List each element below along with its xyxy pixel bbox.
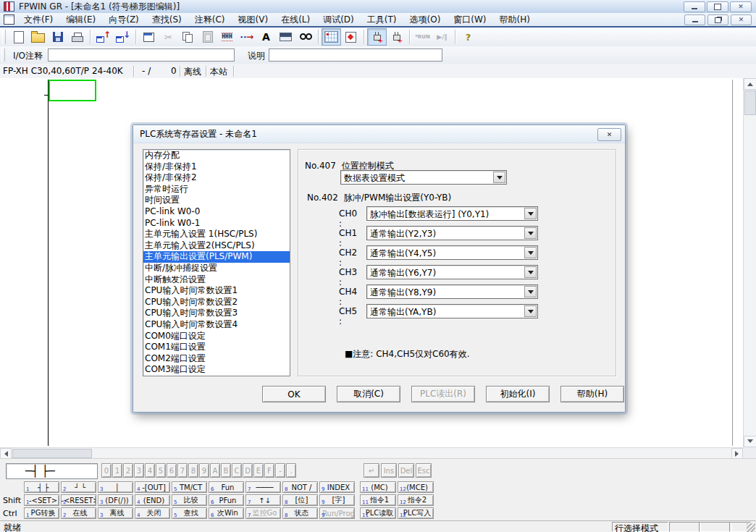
menu-item[interactable]: 工具(T) [361, 13, 403, 26]
function-key[interactable]: 3离线 [98, 507, 133, 519]
horizontal-scrollbar[interactable] [0, 447, 743, 458]
function-key[interactable]: 2-<RESET> [61, 494, 96, 506]
comment-flag-button[interactable] [341, 28, 361, 46]
vertical-scroll-thumb[interactable] [744, 90, 756, 115]
function-key[interactable]: 1┤ ├ [24, 481, 59, 493]
register-list-item[interactable]: 保持/非保持1 [143, 161, 290, 173]
register-list-item[interactable]: 主单元输入设置 1(HSC/PLS) [143, 229, 290, 240]
function-key[interactable]: 1PG转换 [24, 507, 59, 519]
chevron-down-icon[interactable] [524, 227, 537, 239]
function-key[interactable]: 11指令1 [360, 494, 396, 506]
mdi-minimize-button[interactable] [684, 14, 705, 25]
channel-output-combo[interactable]: 通常输出(Y8,Y9) [366, 284, 538, 299]
channel-output-combo[interactable]: 通常输出(Y6,Y7) [366, 265, 538, 279]
channel-output-combo[interactable]: 通常输出(Y2,Y3) [366, 226, 538, 240]
close-button[interactable]: ✕ [730, 1, 752, 12]
upload-from-plc-button[interactable]: ↑ [93, 28, 113, 46]
scroll-down-button[interactable] [744, 436, 756, 447]
menu-item[interactable]: 帮助(H) [493, 13, 537, 26]
register-list-item[interactable]: CPU输入时间常数设置2 [143, 297, 290, 308]
function-key[interactable]: 5查找 [172, 507, 207, 519]
register-list-item[interactable]: 主单元输出设置(PLS/PWM) [143, 251, 290, 263]
copy-button[interactable] [178, 28, 198, 46]
function-key[interactable]: 3(DF(/)) [98, 494, 133, 506]
channel-output-combo[interactable]: 通常输出(YA,YB) [366, 304, 538, 318]
channel-output-combo[interactable]: 脉冲输出[数据表运行] (Y0,Y1) [366, 206, 538, 221]
dialog-button[interactable]: 初始化(I) [486, 386, 550, 402]
menu-item[interactable]: 编辑(E) [59, 13, 102, 26]
register-list[interactable]: 内存分配保持/非保持1保持/非保持2异常时运行时间设置PC-link W0-0P… [143, 149, 290, 376]
function-key[interactable]: 12指令2 [398, 494, 434, 506]
minimize-button[interactable] [684, 1, 705, 12]
resize-grip[interactable] [747, 523, 755, 532]
horizontal-scroll-thumb[interactable] [12, 449, 92, 458]
chevron-down-icon[interactable] [524, 305, 537, 317]
function-key[interactable]: 5比较 [172, 494, 207, 506]
menu-item[interactable]: 在线(L) [274, 13, 316, 26]
dialog-button[interactable]: 取消(C) [337, 386, 400, 402]
register-list-item[interactable]: 主单元输入设置2(HSC/PLS) [143, 240, 290, 252]
function-key[interactable]: 6Fun [209, 481, 244, 493]
chevron-down-icon[interactable] [524, 247, 537, 258]
register-list-item[interactable]: 时间设置 [143, 195, 290, 206]
chevron-down-icon[interactable] [524, 286, 537, 297]
register-list-item[interactable]: PC-link W0-0 [143, 206, 290, 218]
register-list-item[interactable]: 异常时运行 [143, 184, 290, 195]
chevron-down-icon[interactable] [493, 172, 505, 183]
function-key[interactable]: 3│ [98, 481, 133, 493]
function-key[interactable]: 2在线 [61, 507, 96, 519]
menu-item[interactable]: 选项(O) [403, 13, 448, 26]
text-comment-button[interactable]: A [256, 28, 276, 46]
io-comment-input[interactable] [48, 48, 235, 62]
menu-item[interactable]: 注释(C) [188, 13, 232, 26]
function-key[interactable]: 5TM/CT [172, 481, 207, 493]
register-list-item[interactable]: COM0端口设定 [143, 331, 290, 342]
function-key[interactable]: 7↑↓ [245, 494, 281, 506]
dialog-button[interactable]: OK [262, 386, 326, 402]
register-list-item[interactable]: CPU输入时间常数设置4 [143, 319, 290, 331]
function-key[interactable]: 4关闭 [135, 507, 170, 519]
new-file-button[interactable] [9, 28, 28, 46]
dialog-button[interactable]: 帮助(H) [560, 386, 624, 402]
menu-item[interactable]: 调试(D) [316, 13, 361, 26]
dialog-close-button[interactable]: ✕ [597, 128, 621, 141]
menu-item[interactable]: 视图(V) [232, 13, 275, 26]
function-key[interactable]: 12(MCE) [398, 481, 434, 493]
scroll-up-button[interactable] [744, 78, 756, 90]
save-button[interactable] [48, 28, 67, 46]
function-key[interactable]: 4(END) [135, 494, 170, 506]
register-list-item[interactable]: PC-link W0-1 [143, 218, 290, 229]
register-list-item[interactable]: CPU输入时间常数设置1 [143, 285, 290, 297]
function-key[interactable]: 9[字] [319, 494, 355, 506]
register-list-item[interactable]: 中断触发沿设置 [143, 274, 290, 286]
print-button[interactable] [67, 28, 87, 46]
block-button[interactable] [276, 28, 295, 46]
channel-output-combo[interactable]: 通常输出(Y4,Y5) [366, 245, 538, 260]
register-list-item[interactable]: CPU输入时间常数设置3 [143, 308, 290, 319]
register-list-item[interactable]: 中断/脉冲捕捉设置 [143, 263, 290, 274]
mdi-restore-button[interactable] [707, 14, 728, 25]
function-key[interactable]: 11PLC读取 [360, 507, 396, 519]
menu-item[interactable]: 向导(Z) [102, 13, 146, 26]
open-file-button[interactable] [28, 28, 48, 46]
download-to-plc-button[interactable]: ↓ [113, 28, 133, 46]
online-connect-button[interactable]: + [367, 28, 387, 46]
function-key[interactable]: 8[位] [282, 494, 318, 506]
register-list-item[interactable]: 内存分配 [143, 150, 290, 161]
function-key[interactable]: 12PLC写入 [398, 507, 434, 519]
function-key[interactable]: 6次Win [209, 507, 244, 519]
function-key[interactable]: 9INDEX [319, 481, 355, 493]
position-control-mode-combo[interactable]: 数据表设置模式 [340, 170, 507, 185]
register-list-item[interactable]: COM3端口设定 [143, 364, 290, 376]
function-key[interactable]: 8状态 [282, 507, 318, 519]
register-list-item[interactable]: COM2端口设置 [143, 353, 290, 365]
function-key[interactable]: 1-<SET> [24, 494, 59, 506]
register-list-item[interactable]: 保持/非保持2 [143, 172, 290, 184]
select-window-button[interactable] [139, 28, 159, 46]
register-list-item[interactable]: COM1端口设置 [143, 342, 290, 353]
function-key[interactable]: 7──── [245, 481, 281, 493]
dialog-title-bar[interactable]: PLC系统寄存器设置 - 未命名1 [133, 125, 625, 143]
function-key[interactable]: 11(MC) [360, 481, 396, 493]
description-input[interactable] [269, 48, 442, 62]
function-key[interactable]: 6PFun [209, 494, 244, 506]
